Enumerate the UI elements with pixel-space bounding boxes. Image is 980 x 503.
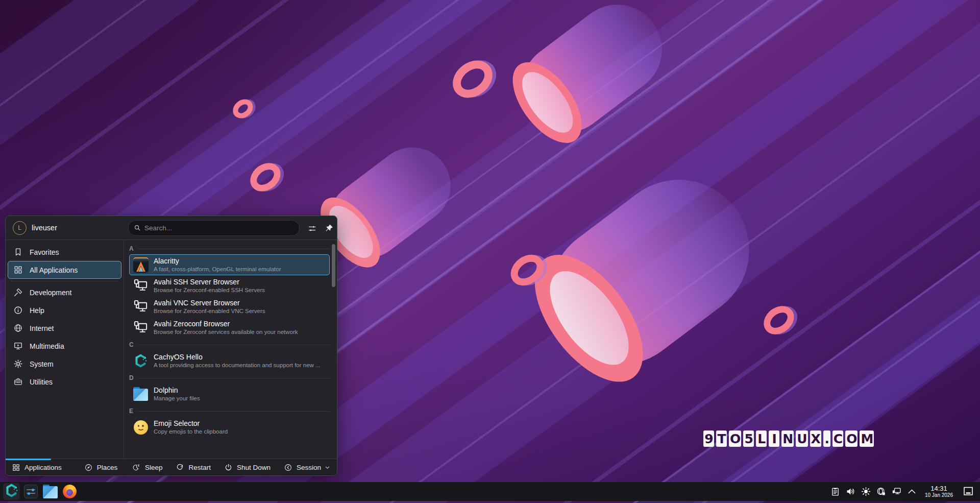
configure-icon[interactable] xyxy=(305,221,319,235)
alacritty-app-icon xyxy=(133,257,149,273)
user-avatar[interactable]: L xyxy=(13,221,27,235)
app-name: CachyOS Hello xyxy=(154,353,321,362)
tab-applications[interactable]: Applications xyxy=(12,463,62,472)
footer-tabs: ApplicationsPlaces xyxy=(12,463,117,472)
sleep-button[interactable]: Sleep xyxy=(132,463,163,472)
section-letter: D xyxy=(129,374,134,381)
app-item-cachyos-hello[interactable]: CachyOS Hello A tool providing access to… xyxy=(129,350,330,371)
grid-icon xyxy=(12,463,20,472)
firefox-button[interactable] xyxy=(61,483,78,500)
info-icon xyxy=(13,305,23,315)
menu-header: L liveuser xyxy=(6,216,337,240)
action-label: Restart xyxy=(188,464,211,471)
dolphin-icon xyxy=(43,485,58,498)
toolbox-icon xyxy=(13,377,23,387)
app-name: Dolphin xyxy=(154,386,200,395)
tab-label: Places xyxy=(97,464,118,471)
sidebar-item-label: Favorites xyxy=(30,248,59,256)
volume-icon[interactable] xyxy=(845,486,856,497)
sidebar-item-label: Multimedia xyxy=(30,342,64,350)
watermark-tile: O xyxy=(729,430,741,447)
show-desktop-button[interactable] xyxy=(962,485,975,497)
tray-icons xyxy=(830,486,917,497)
app-name: Alacritty xyxy=(154,257,281,266)
section-divider xyxy=(137,411,330,412)
watermark-tile: L xyxy=(756,430,767,447)
watermark-tile: M xyxy=(860,430,874,447)
brightness-icon[interactable] xyxy=(861,486,871,497)
hammer-icon xyxy=(13,288,23,297)
panel-launchers xyxy=(3,483,81,500)
app-description: Browse for Zeroconf-enabled VNC Servers xyxy=(154,307,265,315)
tab-places[interactable]: Places xyxy=(84,463,118,472)
clipboard-icon[interactable] xyxy=(830,486,841,497)
sidebar-item-utilities[interactable]: Utilities xyxy=(8,373,121,391)
application-launcher-button[interactable] xyxy=(3,483,20,500)
section-header-e: E xyxy=(129,405,330,417)
cachyos-app-icon xyxy=(133,353,149,369)
search-input[interactable] xyxy=(144,224,294,232)
action-label: Shut Down xyxy=(237,464,271,471)
chevron-down-icon xyxy=(324,464,331,471)
app-item-avahi-ssh-server-browser[interactable]: Avahi SSH Server Browser Browse for Zero… xyxy=(129,275,330,296)
tab-label: Applications xyxy=(24,464,62,471)
tray-expand-icon[interactable] xyxy=(906,486,917,497)
watermark-tile: 5 xyxy=(743,430,754,447)
section-letter: E xyxy=(129,408,133,415)
app-description: Manage your files xyxy=(154,395,200,402)
section-letter: C xyxy=(129,341,134,348)
sidebar-item-all-applications[interactable]: All Applications xyxy=(8,261,121,279)
watermark-tile: . xyxy=(823,430,830,447)
sidebar-item-system[interactable]: System xyxy=(8,355,121,373)
app-item-alacritty[interactable]: Alacritty A fast, cross-platform, OpenGL… xyxy=(129,254,330,275)
menu-body: FavoritesAll ApplicationsDevelopmentHelp… xyxy=(6,240,337,459)
section-letter: A xyxy=(129,245,134,252)
app-item-emoji-selector[interactable]: Emoji Selector Copy emojis to the clipbo… xyxy=(129,417,330,438)
sidebar-item-favorites[interactable]: Favorites xyxy=(8,243,121,261)
sidebar: FavoritesAll ApplicationsDevelopmentHelp… xyxy=(6,240,124,459)
digital-clock[interactable]: 14:31 10 Jan 2026 xyxy=(925,485,953,498)
dolphin-file-manager-button[interactable] xyxy=(42,483,59,500)
sidebar-item-label: Help xyxy=(30,306,44,315)
sidebar-divider xyxy=(11,281,118,281)
compass-icon xyxy=(84,463,93,472)
app-description: Copy emojis to the clipboard xyxy=(154,428,228,435)
search-box[interactable] xyxy=(128,220,300,236)
avahi-app-icon xyxy=(133,320,149,336)
sidebar-item-internet[interactable]: Internet xyxy=(8,319,121,337)
section-divider xyxy=(138,345,330,345)
app-item-avahi-zeroconf-browser[interactable]: Avahi Zeroconf Browser Browse for Zeroco… xyxy=(129,317,330,338)
app-name: Avahi VNC Server Browser xyxy=(154,299,265,307)
watermark-tile: N xyxy=(781,430,794,447)
cachyos-icon xyxy=(4,483,19,500)
restart-button[interactable]: Restart xyxy=(176,463,211,472)
display-icon[interactable] xyxy=(891,486,902,497)
sidebar-item-development[interactable]: Development xyxy=(8,283,121,301)
avahi-app-icon xyxy=(133,299,149,315)
firefox-icon xyxy=(63,485,77,498)
section-header-a: A xyxy=(129,243,330,254)
app-item-avahi-vnc-server-browser[interactable]: Avahi VNC Server Browser Browse for Zero… xyxy=(129,296,330,317)
watermark-tile: 9 xyxy=(703,430,714,447)
sidebar-item-multimedia[interactable]: Multimedia xyxy=(8,337,121,355)
session-button[interactable]: Session xyxy=(284,463,331,472)
app-name: Avahi Zeroconf Browser xyxy=(154,320,298,328)
avatar-letter: L xyxy=(18,224,21,231)
pin-icon[interactable] xyxy=(322,221,336,235)
shut-down-button[interactable]: Shut Down xyxy=(224,463,271,472)
emoji-app-icon xyxy=(133,419,149,435)
watermark-9to5linux: 9TO5LINUX.COM xyxy=(703,430,874,447)
scrollbar-thumb[interactable] xyxy=(332,244,335,287)
settings-button[interactable] xyxy=(22,483,39,500)
app-description: A tool providing access to documentation… xyxy=(154,362,321,369)
sidebar-item-help[interactable]: Help xyxy=(8,301,121,319)
kickoff-menu: L liveuser FavoritesAll ApplicationsDeve… xyxy=(5,215,337,476)
action-label: Session xyxy=(297,464,321,471)
sidebar-item-label: System xyxy=(30,360,54,368)
sidebar-item-label: Internet xyxy=(30,324,54,332)
section-divider xyxy=(138,249,330,249)
network-icon[interactable] xyxy=(876,486,887,497)
taskbar-panel: 14:31 10 Jan 2026 xyxy=(0,482,980,501)
watermark-tile: C xyxy=(832,430,843,447)
app-item-dolphin[interactable]: Dolphin Manage your files xyxy=(129,384,330,404)
